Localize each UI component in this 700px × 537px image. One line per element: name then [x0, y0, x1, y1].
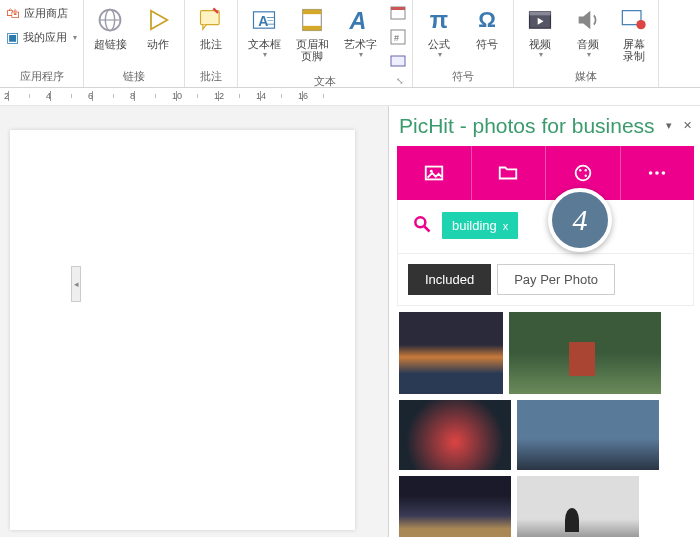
- comment-icon: [195, 4, 227, 36]
- pane-header: PicHit - photos for business ▾ ✕: [389, 106, 700, 146]
- search-tag[interactable]: building x: [442, 212, 518, 239]
- action-button[interactable]: 动作: [136, 2, 180, 52]
- store-icon: 🛍: [6, 5, 20, 21]
- app-store-label: 应用商店: [24, 6, 68, 21]
- audio-label: 音频: [577, 38, 599, 50]
- results-grid: [389, 306, 694, 537]
- result-thumb[interactable]: [399, 400, 511, 470]
- svg-point-22: [575, 166, 590, 181]
- result-thumb[interactable]: [399, 312, 503, 394]
- svg-point-27: [655, 171, 659, 175]
- chevron-down-icon: ▾: [73, 33, 77, 42]
- result-thumb[interactable]: [517, 476, 639, 537]
- date-icon: [390, 5, 406, 21]
- svg-point-29: [415, 217, 425, 227]
- search-bar: building x: [397, 200, 694, 254]
- textbox-button[interactable]: A三 文本框 ▾: [242, 2, 286, 61]
- ribbon-group-text: A三 文本框 ▾ 页眉和页脚 A 艺术字 ▾ #: [238, 0, 413, 87]
- more-icon: [646, 169, 668, 177]
- folder-icon: [497, 162, 519, 184]
- object-button[interactable]: [388, 50, 408, 72]
- group-label-links: 链接: [123, 67, 145, 87]
- number-icon: #: [390, 29, 406, 45]
- comment-label: 批注: [200, 38, 222, 50]
- pane-title: PicHit - photos for business: [399, 114, 658, 138]
- wordart-button[interactable]: A 艺术字 ▾: [338, 2, 382, 61]
- svg-line-30: [425, 227, 430, 232]
- result-thumb[interactable]: [517, 400, 659, 470]
- ribbon-group-apps: 🛍 应用商店 ▣ 我的应用 ▾ 应用程序: [0, 0, 84, 87]
- chevron-down-icon: ▾: [438, 50, 442, 59]
- svg-point-19: [636, 20, 645, 29]
- symbol-label: 符号: [476, 38, 498, 50]
- search-icon[interactable]: [412, 214, 432, 237]
- video-icon: [524, 4, 556, 36]
- header-footer-label: 页眉和页脚: [292, 38, 332, 62]
- group-label-media: 媒体: [575, 67, 597, 87]
- svg-point-28: [662, 171, 666, 175]
- hyperlink-label: 超链接: [94, 38, 127, 50]
- tab-included[interactable]: Included: [408, 264, 491, 295]
- result-thumb[interactable]: [399, 476, 511, 537]
- nav-tab-images[interactable]: [397, 146, 472, 200]
- slide-number-button[interactable]: #: [388, 26, 408, 48]
- textbox-label: 文本框: [248, 38, 281, 50]
- wordart-label: 艺术字: [344, 38, 377, 50]
- my-apps-button[interactable]: ▣ 我的应用 ▾: [4, 26, 79, 48]
- chevron-down-icon: ▾: [263, 50, 267, 59]
- ribbon-group-links: 超链接 动作 链接: [84, 0, 185, 87]
- equation-icon: π: [423, 4, 455, 36]
- textbox-icon: A三: [248, 4, 280, 36]
- dialog-launcher-text[interactable]: ⤡: [393, 76, 407, 86]
- symbol-button[interactable]: Ω 符号: [465, 2, 509, 52]
- screen-recording-button[interactable]: 屏幕 录制: [614, 2, 654, 64]
- nav-tab-more[interactable]: [621, 146, 695, 200]
- equation-label: 公式: [428, 38, 450, 50]
- pane-close-icon[interactable]: ✕: [680, 119, 694, 133]
- step-badge: 4: [548, 188, 612, 252]
- svg-rect-12: [391, 7, 405, 10]
- screen-rec-label: 屏幕 录制: [623, 38, 645, 62]
- hyperlink-button[interactable]: 超链接: [88, 2, 132, 52]
- slide-canvas[interactable]: [10, 130, 355, 530]
- svg-point-24: [584, 169, 586, 171]
- chevron-down-icon: ▾: [587, 50, 591, 59]
- pane-menu-icon[interactable]: ▾: [662, 119, 676, 133]
- search-tag-text: building: [452, 218, 497, 233]
- svg-text:三: 三: [266, 16, 275, 26]
- audio-button[interactable]: 音频 ▾: [566, 2, 610, 61]
- category-tabs: Included Pay Per Photo: [397, 254, 694, 306]
- pane-collapse-handle[interactable]: ◂: [71, 266, 81, 302]
- ribbon-group-symbols: π 公式 ▾ Ω 符号 符号: [413, 0, 514, 87]
- pichit-pane: PicHit - photos for business ▾ ✕ bui: [388, 106, 700, 537]
- myapps-icon: ▣: [6, 29, 19, 45]
- header-footer-button[interactable]: 页眉和页脚: [290, 2, 334, 64]
- wordart-icon: A: [344, 4, 376, 36]
- comment-button[interactable]: 批注: [189, 2, 233, 52]
- image-icon: [423, 162, 445, 184]
- app-store-button[interactable]: 🛍 应用商店: [4, 2, 79, 24]
- my-apps-label: 我的应用: [23, 30, 67, 45]
- equation-button[interactable]: π 公式 ▾: [417, 2, 461, 61]
- main-area: ◂ PicHit - photos for business ▾ ✕: [0, 106, 700, 537]
- result-thumb[interactable]: [509, 312, 661, 394]
- palette-icon: [572, 162, 594, 184]
- action-label: 动作: [147, 38, 169, 50]
- document-area: ◂: [0, 106, 388, 537]
- tab-pay-per-photo[interactable]: Pay Per Photo: [497, 264, 615, 295]
- header-footer-icon: [296, 4, 328, 36]
- object-icon: [390, 53, 406, 69]
- screen-rec-icon: [618, 4, 650, 36]
- group-label-symbols: 符号: [452, 67, 474, 87]
- svg-point-25: [584, 175, 586, 177]
- date-time-button[interactable]: [388, 2, 408, 24]
- audio-icon: [572, 4, 604, 36]
- ribbon: 🛍 应用商店 ▣ 我的应用 ▾ 应用程序 超链接: [0, 0, 700, 88]
- ribbon-group-comments: 批注 批注: [185, 0, 238, 87]
- video-button[interactable]: 视频 ▾: [518, 2, 562, 61]
- svg-rect-8: [303, 10, 322, 15]
- svg-text:#: #: [394, 33, 399, 43]
- nav-tab-folder[interactable]: [472, 146, 547, 200]
- symbol-icon: Ω: [471, 4, 503, 36]
- tag-remove-icon[interactable]: x: [503, 220, 509, 232]
